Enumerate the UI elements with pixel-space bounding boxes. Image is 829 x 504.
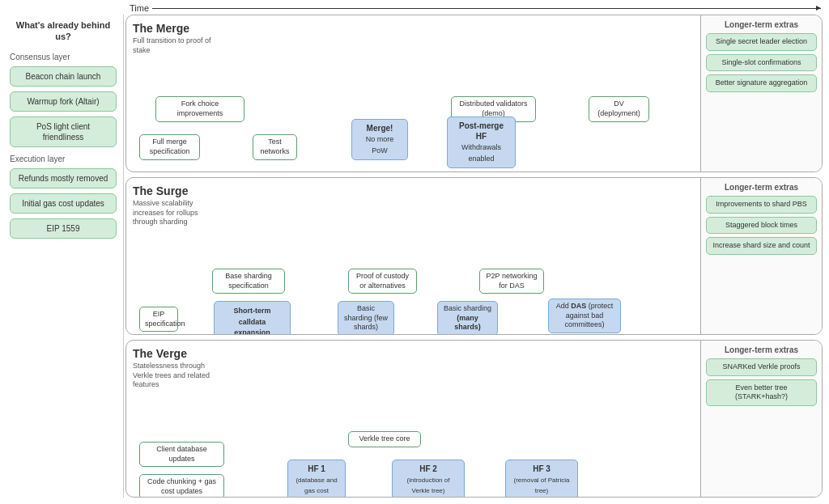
surge-extras-title: Longer-term extras <box>706 183 817 192</box>
verge-row: The Verge Statelessness through Verkle t… <box>125 340 823 498</box>
sidebar-item-eip1559: EIP 1559 <box>10 218 117 239</box>
sidebar-item-gas: Initial gas cost updates <box>10 193 117 214</box>
client-db-node: Client database updates <box>139 442 224 467</box>
merge-extra-1: Single-slot confirmations <box>706 54 817 72</box>
time-arrow <box>152 8 821 9</box>
verge-extras-title: Longer-term extras <box>706 345 817 354</box>
add-das-node: Add DAS (protect against bad committees) <box>548 299 621 333</box>
verge-title: The Verge <box>133 347 694 360</box>
merge-subtitle: Full transition to proof of stake <box>133 36 222 55</box>
verkle-core-node: Verkle tree core <box>348 431 421 447</box>
svg-line-2 <box>244 110 354 126</box>
merge-extras-title: Longer-term extras <box>706 20 817 29</box>
verge-main: The Verge Statelessness through Verkle t… <box>126 341 700 497</box>
verge-extras: Longer-term extras SNARKed Verkle proofs… <box>700 341 822 497</box>
sidebar-title: What's already behind us? <box>6 15 120 48</box>
basic-many-node: Basic sharding (many shards) <box>437 301 498 335</box>
surge-title: The Surge <box>133 184 694 197</box>
merge-row: The Merge Full transition to proof of st… <box>125 15 823 172</box>
dv-node: DV (deployment) <box>589 96 649 121</box>
svg-line-1 <box>297 137 354 146</box>
verge-subtitle: Statelessness through Verkle trees and r… <box>133 362 222 390</box>
basic-few-node: Basic sharding (few shards) <box>338 301 394 335</box>
merge-extra-2: Better signature aggregation <box>706 74 817 92</box>
time-label: Time <box>130 3 149 13</box>
merge-main: The Merge Full transition to proof of st… <box>126 15 700 172</box>
surge-extra-0: Improvements to shard PBS <box>706 196 817 214</box>
proof-custody-node: Proof of custody or alternatives <box>348 269 417 294</box>
full-merge-node: Full merge specification <box>139 134 200 159</box>
shortterm-node: Short-term calldata expansion <box>214 301 291 335</box>
surge-extra-1: Staggered block times <box>706 217 817 235</box>
test-networks-node: Test networks <box>253 134 297 159</box>
svg-line-13 <box>224 477 289 482</box>
fork-choice-node: Fork choice improvements <box>155 96 244 121</box>
svg-line-12 <box>224 451 289 468</box>
merge-node: Merge!No more PoW <box>351 119 408 159</box>
eip-node: EIP specification <box>139 307 178 332</box>
sidebar: What's already behind us? Consensus laye… <box>6 15 120 498</box>
merge-extra-0: Single secret leader election <box>706 33 817 51</box>
p2p-node: P2P networking for DAS <box>479 269 544 294</box>
base-sharding-node: Base sharding specification <box>212 269 285 294</box>
sidebar-item-warmup: Warmup fork (Altair) <box>10 91 117 112</box>
hf2-node: HF 2(introduction of Verkle tree) <box>392 460 465 498</box>
sidebar-item-refunds: Refunds mostly removed <box>10 168 117 188</box>
hf3-node: HF 3(removal of Patricia tree) <box>505 460 578 498</box>
code-chunking-node: Code chunking + gas cost updates <box>139 474 224 498</box>
verge-extra-1: Even better tree (STARK+hash?) <box>706 379 817 406</box>
verge-extra-0: SNARKed Verkle proofs <box>706 358 817 376</box>
sidebar-item-pos: PoS light client friendliness <box>10 116 117 147</box>
merge-extras: Longer-term extras Single secret leader … <box>700 15 822 172</box>
surge-extra-2: Increase shard size and count <box>706 237 817 255</box>
surge-main: The Surge Massive scalability increases … <box>126 178 700 334</box>
sidebar-item-beacon: Beacon chain launch <box>10 66 117 87</box>
hf1-node: HF 1(database and gas cost changes) <box>287 460 346 498</box>
surge-extras: Longer-term extras Improvements to shard… <box>700 178 822 334</box>
merge-title: The Merge <box>133 22 694 35</box>
main-area: The Merge Full transition to proof of st… <box>125 15 823 498</box>
post-merge-node: Post-merge HFWithdrawals enabled <box>447 116 516 167</box>
time-header: Time <box>130 3 821 13</box>
sidebar-divider <box>123 15 124 498</box>
svg-line-7 <box>281 281 350 303</box>
surge-row: The Surge Massive scalability increases … <box>125 177 823 335</box>
consensus-layer-label: Consensus layer <box>10 53 117 61</box>
execution-layer-label: Execution layer <box>10 155 117 163</box>
surge-subtitle: Massive scalability increases for rollup… <box>133 199 222 227</box>
